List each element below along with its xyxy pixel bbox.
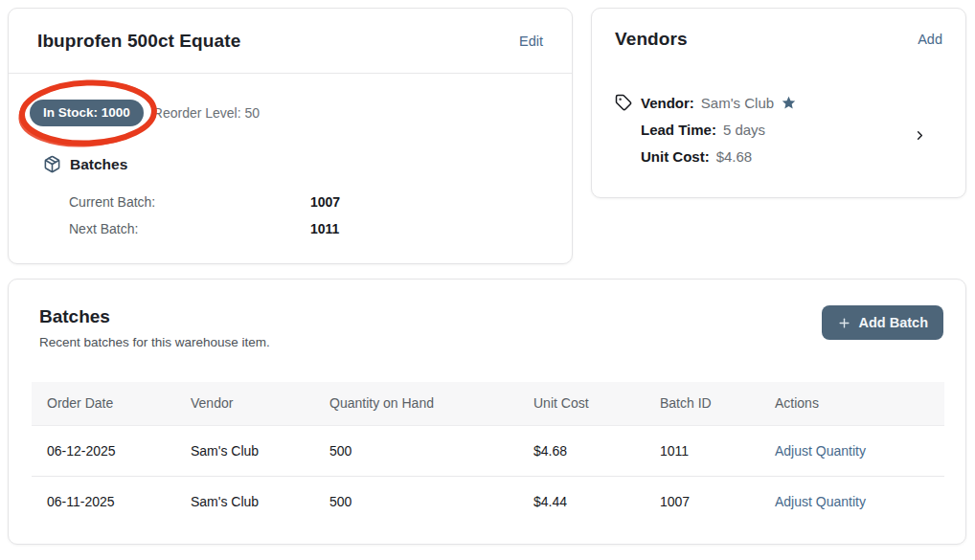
cell-vendor: Sam's Club — [175, 425, 314, 476]
table-row: 06-11-2025 Sam's Club 500 $4.44 1007 Adj… — [32, 476, 944, 526]
cell-unit-cost: $4.44 — [518, 476, 645, 526]
cell-unit-cost: $4.68 — [518, 425, 645, 476]
lead-time-row: Lead Time: 5 days — [641, 120, 797, 139]
batches-subsection-header: Batches — [43, 155, 127, 173]
vendor-label: Vendor: — [641, 95, 694, 111]
product-card-header: Ibuprofen 500ct Equate Edit — [9, 9, 572, 74]
next-batch-label: Next Batch: — [69, 221, 138, 236]
vendors-card: Vendors Add Vendor: Sam's Club Lead Time… — [591, 8, 966, 198]
add-vendor-button[interactable]: Add — [918, 32, 942, 47]
cell-batch-id: 1007 — [645, 476, 760, 526]
product-card: Ibuprofen 500ct Equate Edit In Stock: 10… — [8, 8, 573, 264]
table-row: 06-12-2025 Sam's Club 500 $4.68 1011 Adj… — [32, 425, 944, 476]
vendor-entry: Vendor: Sam's Club Lead Time: 5 days Uni… — [615, 93, 797, 166]
product-title: Ibuprofen 500ct Equate — [37, 31, 240, 52]
add-batch-button[interactable]: Add Batch — [822, 305, 944, 340]
unit-cost-label: Unit Cost: — [641, 148, 710, 165]
vendors-card-header: Vendors Add — [592, 9, 965, 70]
plus-icon — [837, 316, 851, 330]
in-stock-badge: In Stock: 1000 — [30, 100, 144, 126]
batches-card: Batches Recent batches for this warehous… — [8, 279, 966, 545]
unit-cost-value: $4.68 — [716, 148, 753, 165]
vendor-name: Sam's Club — [701, 95, 774, 111]
adjust-quantity-link[interactable]: Adjust Quantity — [775, 494, 866, 509]
cell-quantity: 500 — [314, 425, 518, 476]
cell-quantity: 500 — [314, 476, 518, 526]
cell-vendor: Sam's Club — [175, 476, 314, 526]
table-header-row: Order Date Vendor Quantity on Hand Unit … — [32, 382, 944, 425]
cell-order-date: 06-12-2025 — [32, 425, 175, 476]
vendor-name-row: Vendor: Sam's Club — [641, 93, 797, 112]
current-batch-value: 1007 — [310, 194, 340, 210]
add-batch-label: Add Batch — [859, 315, 929, 330]
col-order-date: Order Date — [32, 382, 175, 425]
col-quantity: Quantity on Hand — [314, 382, 518, 425]
batches-table: Order Date Vendor Quantity on Hand Unit … — [32, 382, 944, 526]
cell-batch-id: 1011 — [645, 425, 760, 476]
lead-time-value: 5 days — [723, 122, 765, 138]
cell-order-date: 06-11-2025 — [32, 476, 175, 526]
col-batch-id: Batch ID — [645, 382, 760, 425]
col-vendor: Vendor — [175, 382, 314, 425]
chevron-right-icon[interactable] — [913, 128, 927, 143]
edit-button[interactable]: Edit — [519, 34, 543, 49]
batches-subsection-title: Batches — [70, 156, 127, 173]
col-actions: Actions — [760, 382, 944, 425]
star-icon — [781, 95, 797, 111]
vendor-details: Vendor: Sam's Club Lead Time: 5 days Uni… — [641, 93, 797, 166]
batches-title: Batches — [39, 306, 270, 327]
next-batch-value: 1011 — [310, 221, 339, 236]
stock-row: In Stock: 1000 Reorder Level: 50 — [30, 100, 260, 126]
lead-time-label: Lead Time: — [641, 122, 716, 138]
unit-cost-row: Unit Cost: $4.68 — [641, 146, 797, 166]
tag-icon — [615, 94, 632, 166]
current-batch-label: Current Batch: — [69, 194, 155, 210]
batches-card-header: Batches Recent batches for this warehous… — [39, 306, 270, 349]
vendors-title: Vendors — [615, 29, 688, 50]
adjust-quantity-link[interactable]: Adjust Quantity — [775, 443, 866, 459]
batches-subtitle: Recent batches for this warehouse item. — [39, 335, 270, 349]
col-unit-cost: Unit Cost — [518, 382, 645, 425]
package-icon — [43, 155, 61, 173]
reorder-level-text: Reorder Level: 50 — [153, 105, 260, 121]
